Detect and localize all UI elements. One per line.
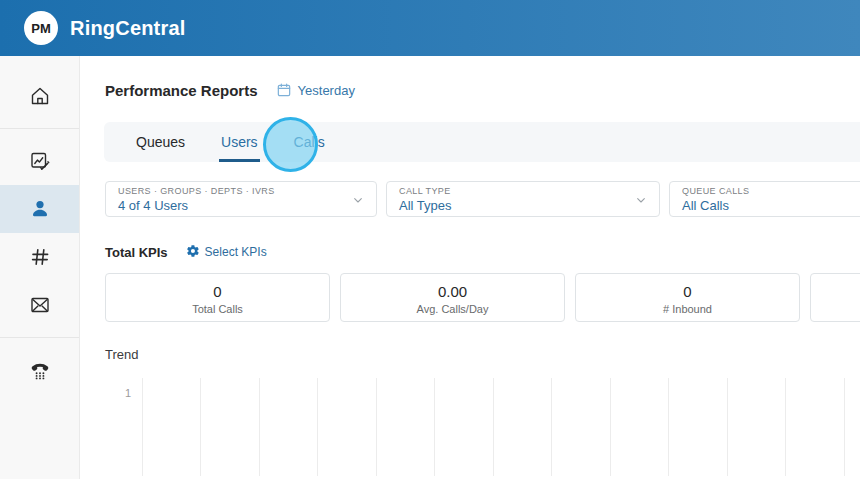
tab-queues[interactable]: Queues (134, 122, 187, 162)
y-axis-tick: 1 (125, 387, 131, 399)
chart-gridlines (142, 378, 860, 476)
person-icon (28, 197, 52, 221)
top-header: PM RingCentral (0, 0, 860, 56)
sidebar (0, 56, 80, 479)
filter-value: 4 of 4 Users (118, 198, 346, 213)
kpi-value: 0.00 (438, 283, 467, 301)
home-icon (28, 84, 52, 108)
select-kpis-button[interactable]: Select KPIs (186, 244, 267, 261)
kpi-card-row: 0 Total Calls 0.00 Avg. Calls/Day 0 # In… (105, 273, 860, 322)
sidebar-item-home[interactable] (0, 72, 79, 120)
page-title: Performance Reports (105, 82, 258, 99)
phone-icon (28, 358, 52, 382)
kpi-value: 0 (213, 283, 221, 301)
select-kpis-label: Select KPIs (205, 245, 267, 259)
hash-icon (28, 245, 52, 269)
date-filter-label[interactable]: Yesterday (298, 83, 355, 98)
kpi-card-avg-calls-day: 0.00 Avg. Calls/Day (340, 273, 565, 322)
sidebar-item-phone[interactable] (0, 346, 79, 394)
kpi-card-inbound: 0 # Inbound (575, 273, 800, 322)
filter-value: All Types (399, 198, 629, 213)
brand-logo: RingCentral (70, 17, 186, 40)
kpi-section-title: Total KPIs (105, 245, 168, 260)
app-window: PM RingCentral (0, 0, 860, 479)
kpi-card-clipped (810, 273, 860, 322)
calendar-icon (276, 82, 292, 98)
filter-call-type[interactable]: CALL TYPE All Types (386, 181, 660, 217)
filter-users-groups[interactable]: USERS · GROUPS · DEPTS · IVRS 4 of 4 Use… (105, 181, 377, 217)
sidebar-item-messages[interactable] (0, 281, 79, 329)
report-edit-icon (28, 149, 52, 173)
date-filter[interactable]: Yesterday (276, 82, 355, 98)
kpi-label: Avg. Calls/Day (417, 303, 489, 315)
tab-calls[interactable]: Calls (292, 122, 327, 162)
gear-icon (186, 244, 205, 261)
filter-label: CALL TYPE (399, 186, 629, 196)
chevron-down-icon (633, 192, 649, 212)
sidebar-item-users[interactable] (0, 185, 79, 233)
filter-label: USERS · GROUPS · DEPTS · IVRS (118, 186, 346, 196)
sidebar-divider (0, 128, 79, 129)
trend-section-title: Trend (105, 347, 860, 362)
trend-chart: 1 (105, 377, 860, 466)
sidebar-item-performance-reports[interactable] (0, 137, 79, 185)
kpi-value: 0 (683, 283, 691, 301)
tab-users[interactable]: Users (219, 122, 260, 162)
filter-row: USERS · GROUPS · DEPTS · IVRS 4 of 4 Use… (105, 181, 860, 217)
avatar[interactable]: PM (24, 11, 58, 45)
kpi-card-total-calls: 0 Total Calls (105, 273, 330, 322)
sidebar-divider (0, 337, 79, 338)
filter-queue-calls[interactable]: QUEUE CALLS All Calls (669, 181, 860, 217)
filter-value: All Calls (682, 198, 860, 213)
envelope-icon (28, 293, 52, 317)
main-content: Performance Reports Yesterday Queues Use… (80, 56, 860, 479)
report-tabs: Queues Users Calls (104, 122, 860, 162)
sidebar-item-extensions[interactable] (0, 233, 79, 281)
kpi-label: Total Calls (192, 303, 243, 315)
chevron-down-icon (350, 192, 366, 212)
kpi-label: # Inbound (663, 303, 712, 315)
filter-label: QUEUE CALLS (682, 186, 860, 196)
